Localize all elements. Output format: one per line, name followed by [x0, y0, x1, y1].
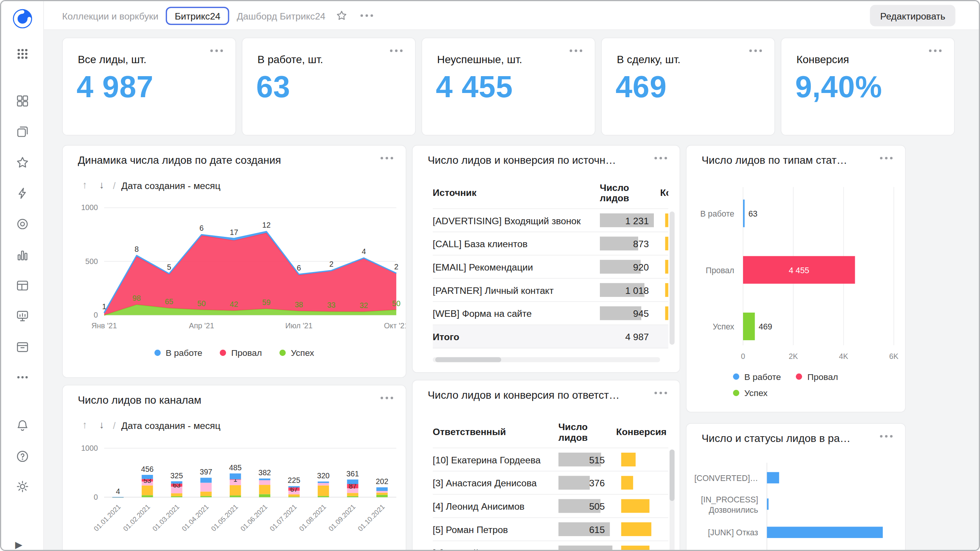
sidebar-item-charts[interactable] — [10, 242, 35, 267]
bar-segment-green[interactable] — [347, 496, 359, 497]
bar-segment-blue[interactable] — [376, 487, 388, 491]
status-work-bar-chart[interactable]: [CONVERTED]…[IN_PROCESS]Дозвонились[JUNK… — [686, 454, 906, 551]
horizontal-scrollbar[interactable] — [433, 357, 660, 362]
widget-menu-button[interactable] — [390, 49, 403, 52]
hbar-[CONVERTED]…[interactable] — [767, 472, 779, 484]
bar-segment-blue[interactable] — [200, 478, 212, 483]
legend-item[interactable]: Провал — [796, 372, 838, 381]
bar-segment-yellow[interactable] — [142, 486, 153, 496]
bar-segment-yellow[interactable] — [347, 493, 359, 496]
help-button[interactable] — [10, 444, 35, 469]
more-menu-button[interactable] — [358, 7, 376, 24]
widget-menu-button[interactable] — [210, 49, 223, 52]
bar-segment-yellow[interactable] — [259, 485, 271, 494]
sidebar-item-more[interactable] — [10, 365, 35, 390]
notifications-button[interactable] — [10, 413, 35, 438]
bar-segment-pink[interactable] — [200, 483, 212, 492]
legend-item[interactable]: В работе — [154, 348, 202, 358]
table-row[interactable]: [PARTNER] Личный контакт1 018 — [433, 279, 668, 302]
table-row[interactable]: [5] Роман Петров615 — [433, 518, 668, 541]
drill-up-button[interactable]: ↑ — [79, 419, 90, 431]
column-header[interactable]: Число лидов — [559, 421, 616, 442]
bar-segment-pink[interactable] — [376, 491, 388, 492]
drill-up-button[interactable]: ↑ — [79, 179, 90, 191]
bar-segment-blue[interactable] — [288, 486, 300, 487]
bar-segment-yellow[interactable] — [171, 493, 183, 496]
sidebar-item-collections[interactable] — [10, 88, 35, 114]
dynamics-area-chart[interactable]: 05001000Янв '21Апр '21Июл '21Окт '219865… — [63, 198, 407, 342]
bar-segment-yellow[interactable] — [200, 492, 212, 496]
bar-segment-blue[interactable] — [347, 479, 359, 484]
favorite-star-button[interactable] — [333, 7, 351, 24]
hbar-В работе[interactable] — [743, 200, 745, 227]
widget-menu-button[interactable] — [749, 49, 762, 52]
bar-segment-blue[interactable] — [259, 478, 271, 480]
table-row[interactable]: [10] Екатерина Гордеева515 — [433, 448, 668, 471]
table-row[interactable]: [CALL] База клиентов873 — [433, 232, 668, 256]
channels-bar-chart[interactable]: 0100053631678744563253974853822253203612… — [63, 438, 407, 551]
column-header[interactable]: Источник — [433, 187, 600, 198]
sidebar-item-favorites[interactable] — [10, 150, 35, 175]
column-header[interactable]: Конверсия — [616, 426, 668, 437]
bar-segment-blue[interactable] — [142, 475, 153, 479]
vertical-scrollbar[interactable] — [670, 212, 675, 345]
bar-segment-green[interactable] — [200, 496, 212, 497]
legend-item[interactable]: Провал — [220, 348, 262, 358]
legend-item[interactable]: Успех — [279, 348, 314, 358]
hbar-[JUNK] Отказ[interactable] — [767, 527, 883, 538]
bar-segment-green[interactable] — [142, 495, 153, 497]
widget-menu-button[interactable] — [381, 397, 393, 399]
bar-segment-blue[interactable] — [171, 481, 183, 484]
widget-menu-button[interactable] — [655, 157, 667, 160]
bar-segment-pink[interactable] — [259, 480, 271, 485]
bar-segment-blue[interactable] — [318, 481, 329, 483]
expand-panel-button[interactable]: ▶ — [6, 532, 31, 551]
edit-button[interactable]: Редактировать — [870, 5, 956, 26]
bar-segment-yellow[interactable] — [288, 494, 300, 497]
status-bar-chart[interactable]: 02K4K6KВ работе63Провал4 455Успех469 — [686, 181, 906, 367]
widget-menu-button[interactable] — [880, 435, 893, 438]
sidebar-item-dashboards[interactable] — [10, 303, 35, 328]
bar-segment-yellow[interactable] — [318, 486, 329, 496]
hbar-Успех[interactable] — [743, 313, 755, 340]
vertical-scrollbar[interactable] — [670, 450, 675, 551]
sidebar-item-services[interactable] — [10, 334, 35, 359]
table-row[interactable]: [ADVERTISING] Входящий звонок1 231 — [433, 209, 668, 232]
apps-grid-button[interactable] — [10, 41, 35, 67]
breadcrumb-workbook-chip[interactable]: Битрикс24 — [166, 7, 229, 25]
sidebar-item-workbooks[interactable] — [10, 119, 35, 145]
bar-segment-green[interactable] — [376, 495, 388, 497]
datalens-logo[interactable] — [10, 6, 35, 31]
legend-item[interactable]: Успех — [733, 388, 768, 398]
area-series-Провал[interactable] — [104, 233, 396, 315]
bar-segment-yellow[interactable] — [376, 492, 388, 495]
hbar-[IN_PROCESS][interactable] — [767, 499, 768, 510]
widget-menu-button[interactable] — [880, 157, 893, 160]
settings-button[interactable] — [10, 474, 35, 499]
widget-menu-button[interactable] — [381, 157, 393, 160]
drill-down-button[interactable]: ↓ — [96, 179, 108, 191]
legend-item[interactable]: В работе — [733, 372, 781, 381]
bar-segment-blue[interactable] — [112, 497, 124, 497]
bar-segment-green[interactable] — [171, 496, 183, 497]
bar-segment-pink[interactable] — [318, 483, 329, 485]
widget-menu-button[interactable] — [929, 49, 942, 52]
bar-segment-green[interactable] — [230, 496, 241, 497]
column-header[interactable]: Конверсия — [660, 187, 668, 198]
bar-segment-blue[interactable] — [230, 473, 241, 479]
table-row[interactable]: [3] Анастасия Денисова376 — [433, 471, 668, 495]
bar-segment-green[interactable] — [259, 494, 271, 497]
breadcrumb-dashboard[interactable]: Дашборд Битрикс24 — [237, 10, 325, 21]
column-header[interactable]: Число лидов — [600, 182, 660, 203]
table-row[interactable]: [6] Андрей Бутов649 — [433, 541, 668, 551]
sidebar-item-connections[interactable] — [10, 212, 35, 237]
widget-menu-button[interactable] — [655, 392, 667, 395]
breadcrumb-collections[interactable]: Коллекции и воркбуки — [62, 10, 158, 21]
table-row[interactable]: [WEB] Форма на сайте945 — [433, 302, 668, 325]
drill-down-button[interactable]: ↓ — [96, 419, 108, 431]
table-row[interactable]: [4] Леонид Анисимов505 — [433, 495, 668, 518]
bar-segment-green[interactable] — [288, 497, 300, 497]
column-header[interactable]: Ответственный — [433, 426, 558, 437]
widget-menu-button[interactable] — [570, 49, 582, 52]
sidebar-item-quick-actions[interactable] — [10, 181, 35, 206]
